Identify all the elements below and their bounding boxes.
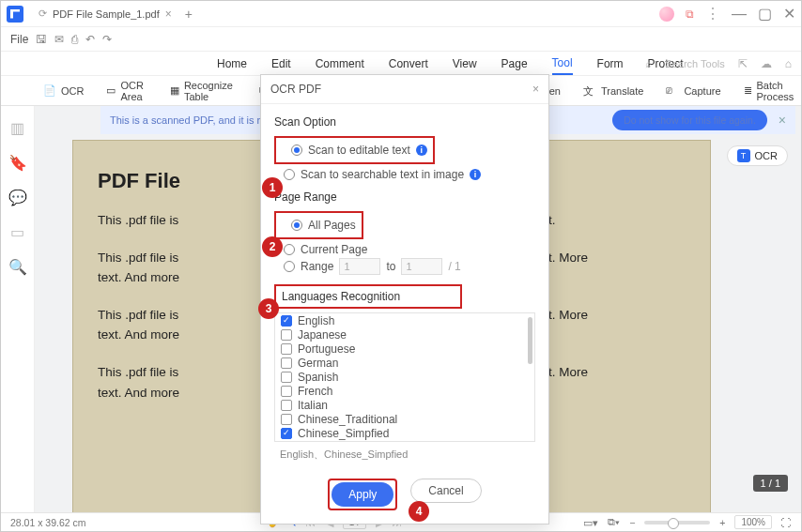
page-badge: 1 / 1 [753,475,788,492]
file-menu[interactable]: File [10,33,28,46]
search-icon[interactable]: ⌕ [645,57,652,70]
menu-convert[interactable]: Convert [389,53,428,74]
checkbox-icon [281,343,292,355]
range-to-input[interactable] [401,258,442,275]
dialog-title: OCR PDF [270,83,321,96]
page-range-label: Page Range [274,190,535,204]
save-icon[interactable]: 🖫 [36,33,47,46]
tab-close-icon[interactable]: × [165,8,172,21]
comments-icon[interactable]: 💬 [8,189,27,206]
zoom-out-icon[interactable]: − [629,517,635,528]
info-icon[interactable]: i [470,169,481,180]
radio-all-pages[interactable]: All Pages [291,219,356,232]
zoom-in-icon[interactable]: + [719,517,725,528]
checkbox-icon [281,386,292,397]
attachments-icon[interactable]: ▭ [10,223,24,241]
fit-width-icon[interactable]: ▭▾ [583,517,598,528]
cloud-icon[interactable]: ☁ [761,57,772,70]
checkbox-icon [281,428,292,439]
menu-home[interactable]: Home [217,53,247,74]
notification-icon[interactable]: ⧉ [686,8,694,21]
checkbox-icon [281,315,292,327]
mail-icon[interactable]: ✉ [54,33,64,46]
dialog-close-icon[interactable]: × [532,83,539,96]
status-coords: 28.01 x 39.62 cm [10,517,86,528]
lang-option-french[interactable]: French [281,385,534,398]
menu-tool[interactable]: Tool [552,53,573,75]
menu-view[interactable]: View [453,53,477,74]
more-icon[interactable]: ⋮ [705,5,720,23]
cancel-button[interactable]: Cancel [410,479,481,503]
maximize-icon[interactable]: ▢ [758,5,772,23]
close-icon[interactable]: ✕ [783,5,795,23]
callout-2: 2 [262,236,283,257]
minimize-icon[interactable]: — [732,6,747,23]
tool-capture[interactable]: ⎚Capture [666,84,720,98]
home-icon[interactable]: ⌂ [785,57,792,70]
radio-searchable-text[interactable]: Scan to searchable text in image i [284,168,535,181]
checkbox-icon [281,414,292,425]
tab-add-icon[interactable]: + [185,7,193,22]
avatar[interactable] [659,7,674,22]
radio-icon [291,144,302,156]
scan-option-label: Scan Option [274,115,535,129]
lang-option-chinese_simpfied[interactable]: Chinese_Simpfied [281,427,534,440]
menubar: Home Edit Comment Convert View Page Tool… [1,52,801,76]
menu-form[interactable]: Form [597,53,624,74]
lang-option-spanish[interactable]: Spanish [281,371,534,384]
tab-document[interactable]: ⟳ PDF File Sample_1.pdf × [31,4,179,24]
menu-page[interactable]: Page [501,53,528,74]
info-icon[interactable]: i [416,144,427,156]
search-placeholder[interactable]: Search Tools [665,58,724,69]
scrollbar[interactable] [528,317,532,364]
print-icon[interactable]: ⎙ [71,33,78,46]
tool-recognize-table[interactable]: ▦Recognize Table [170,80,237,102]
radio-icon [284,244,295,255]
tool-translate[interactable]: 文Translate [583,84,643,98]
share-icon[interactable]: ⇱ [738,57,748,70]
lang-option-chinese_traditional[interactable]: Chinese_Traditional [281,413,534,426]
radio-range[interactable]: Range to / 1 [284,258,535,275]
lang-option-german[interactable]: German [281,357,534,370]
tab-label: PDF File Sample_1.pdf [53,8,160,20]
checkbox-icon [281,329,292,341]
range-from-input[interactable] [339,258,380,275]
search-panel-icon[interactable]: 🔍 [8,258,27,276]
bookmarks-icon[interactable]: 🔖 [8,154,27,172]
ocr-chip[interactable]: T OCR [727,145,788,166]
thumbnails-icon[interactable]: ▥ [10,119,24,137]
language-list[interactable]: EnglishJapanesePortugueseGermanSpanishFr… [274,312,535,442]
redo-icon[interactable]: ↷ [102,33,112,46]
fullscreen-icon[interactable]: ⛶ [781,517,792,528]
zoom-slider[interactable] [644,521,710,524]
tool-batch[interactable]: ≣Batch Process [744,80,799,102]
checkbox-icon [281,357,292,369]
ocr-chip-icon: T [737,149,750,162]
tool-ocr-area[interactable]: ▭OCR Area [106,80,147,102]
zoom-box[interactable]: 100% [734,515,772,529]
sidebar: ▥ 🔖 💬 ▭ 🔍 [1,106,35,512]
lang-option-portuguese[interactable]: Portuguese [281,342,534,356]
apply-button[interactable]: Apply [332,482,393,507]
menu-comment[interactable]: Comment [316,53,364,74]
checkbox-icon [281,400,292,411]
dialog-header: OCR PDF × [261,75,548,104]
lang-summary: English、Chinese_Simpfied [280,448,535,462]
callout-1: 1 [262,177,283,198]
fit-page-icon[interactable]: ⧉▾ [608,516,620,528]
lang-option-japanese[interactable]: Japanese [281,328,534,342]
radio-current-page[interactable]: Current Page [284,243,535,256]
ocr-dialog: OCR PDF × Scan Option Scan to editable t… [260,74,549,524]
menu-edit[interactable]: Edit [271,53,291,74]
lang-option-english[interactable]: English [281,314,534,327]
checkbox-icon [281,372,292,383]
radio-icon [291,220,302,231]
tool-ocr[interactable]: 📄OCR [43,84,84,98]
undo-icon[interactable]: ↶ [85,33,95,46]
titlebar: ⟳ PDF File Sample_1.pdf × + ⧉ ⋮ — ▢ ✕ [1,1,801,27]
lang-recognition-label: Languages Recognition [282,290,455,303]
banner-hide-button[interactable]: Do not show for this file again. [612,110,767,130]
banner-close-icon[interactable]: × [779,113,786,128]
radio-editable-text[interactable]: Scan to editable text i [291,144,427,157]
lang-option-italian[interactable]: Italian [281,399,534,412]
